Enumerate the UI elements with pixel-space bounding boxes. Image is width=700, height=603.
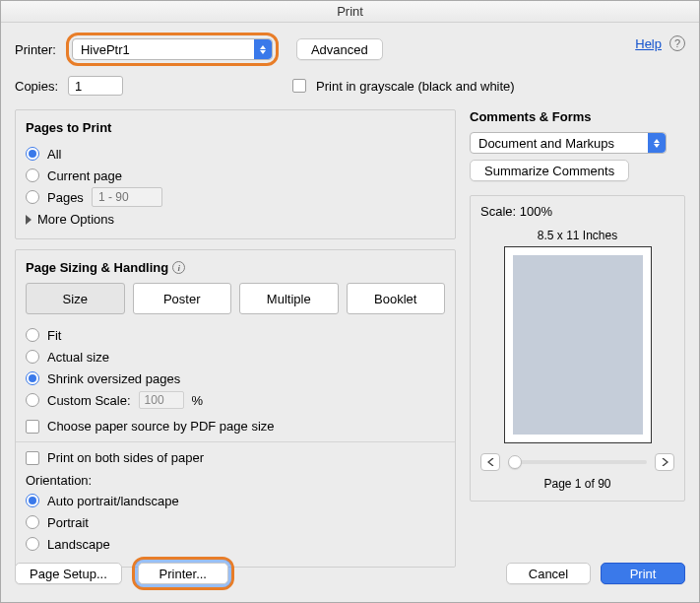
pages-range-input[interactable] <box>92 187 162 207</box>
pages-all-radio[interactable] <box>26 147 39 161</box>
printer-button-highlight: Printer... <box>132 557 234 590</box>
seg-multiple-button[interactable]: Multiple <box>239 283 339 314</box>
pages-current-radio[interactable] <box>26 168 39 182</box>
grayscale-label: Print in grayscale (black and white) <box>316 79 515 94</box>
custom-scale-label: Custom Scale: <box>47 393 131 408</box>
slider-thumb[interactable] <box>508 455 522 469</box>
seg-booklet-button[interactable]: Booklet <box>347 283 446 314</box>
comments-forms-group: Comments & Forms Document and Markups Su… <box>470 109 685 181</box>
more-options-label[interactable]: More Options <box>37 212 114 227</box>
printer-select[interactable]: HivePtr1 <box>72 38 273 60</box>
sizing-group-title: Page Sizing & Handling <box>26 260 168 275</box>
actual-size-radio[interactable] <box>26 350 39 364</box>
shrink-radio[interactable] <box>26 371 39 385</box>
orient-auto-label: Auto portrait/landscape <box>47 494 179 508</box>
print-button[interactable]: Print <box>601 563 685 584</box>
comments-select[interactable]: Document and Markups <box>470 132 667 154</box>
more-options-disclosure-icon[interactable] <box>26 215 32 225</box>
printer-select-value: HivePtr1 <box>81 42 130 57</box>
window-title: Print <box>1 1 699 23</box>
print-dialog: Print Printer: HivePtr1 Advanced Help ? <box>0 0 700 603</box>
page-sizing-group: Page Sizing & Handling i Size Poster Mul… <box>15 249 456 568</box>
seg-poster-button[interactable]: Poster <box>133 283 232 314</box>
page-indicator: Page 1 of 90 <box>480 477 674 491</box>
choose-paper-checkbox[interactable] <box>26 420 39 434</box>
page-slider[interactable] <box>508 460 647 464</box>
preview-dimensions: 8.5 x 11 Inches <box>480 229 674 242</box>
orient-landscape-label: Landscape <box>47 537 110 552</box>
pages-range-radio[interactable] <box>26 190 39 204</box>
select-arrows-icon <box>648 133 666 153</box>
cancel-button[interactable]: Cancel <box>506 563 591 584</box>
printer-button[interactable]: Printer... <box>138 563 228 584</box>
comments-group-title: Comments & Forms <box>470 109 685 124</box>
preview-page <box>504 246 652 443</box>
scale-label: Scale: 100% <box>480 204 674 219</box>
advanced-button[interactable]: Advanced <box>296 38 383 60</box>
pages-group-title: Pages to Print <box>26 120 445 135</box>
orientation-label: Orientation: <box>26 473 445 488</box>
help-icon[interactable]: ? <box>669 35 685 51</box>
select-arrows-icon <box>254 39 272 59</box>
info-icon[interactable]: i <box>172 261 185 274</box>
pages-range-label: Pages <box>47 190 84 205</box>
orient-portrait-radio[interactable] <box>26 515 39 529</box>
pages-current-label: Current page <box>47 168 122 183</box>
grayscale-checkbox[interactable] <box>292 79 306 93</box>
percent-label: % <box>192 393 204 408</box>
copies-input[interactable] <box>68 76 123 96</box>
orient-portrait-label: Portrait <box>47 515 89 530</box>
duplex-checkbox[interactable] <box>26 451 39 465</box>
comments-select-value: Document and Markups <box>478 136 614 151</box>
printer-label: Printer: <box>15 42 56 57</box>
chevron-left-icon <box>487 458 494 466</box>
seg-size-button[interactable]: Size <box>26 283 125 314</box>
actual-size-label: Actual size <box>47 350 109 365</box>
chevron-right-icon <box>662 458 668 466</box>
prev-page-button[interactable] <box>480 453 500 471</box>
summarize-comments-button[interactable]: Summarize Comments <box>470 160 629 181</box>
help-link[interactable]: Help <box>635 36 662 51</box>
fit-label: Fit <box>47 328 61 343</box>
shrink-label: Shrink oversized pages <box>47 371 180 386</box>
duplex-label: Print on both sides of paper <box>47 450 204 465</box>
fit-radio[interactable] <box>26 328 39 342</box>
orient-landscape-radio[interactable] <box>26 537 39 551</box>
next-page-button[interactable] <box>655 453 674 471</box>
orient-auto-radio[interactable] <box>26 494 39 507</box>
custom-scale-radio[interactable] <box>26 393 39 407</box>
preview-content-area <box>513 255 643 435</box>
printer-dropdown-highlight: HivePtr1 <box>66 33 279 66</box>
pages-all-label: All <box>47 147 61 162</box>
sizing-segmented: Size Poster Multiple Booklet <box>26 283 445 314</box>
custom-scale-input[interactable] <box>139 391 184 409</box>
preview-panel: Scale: 100% 8.5 x 11 Inches <box>470 195 685 502</box>
pages-to-print-group: Pages to Print All Current page Pages <box>15 109 456 239</box>
copies-label: Copies: <box>15 79 58 94</box>
page-setup-button[interactable]: Page Setup... <box>15 563 122 584</box>
choose-paper-label: Choose paper source by PDF page size <box>47 419 275 434</box>
